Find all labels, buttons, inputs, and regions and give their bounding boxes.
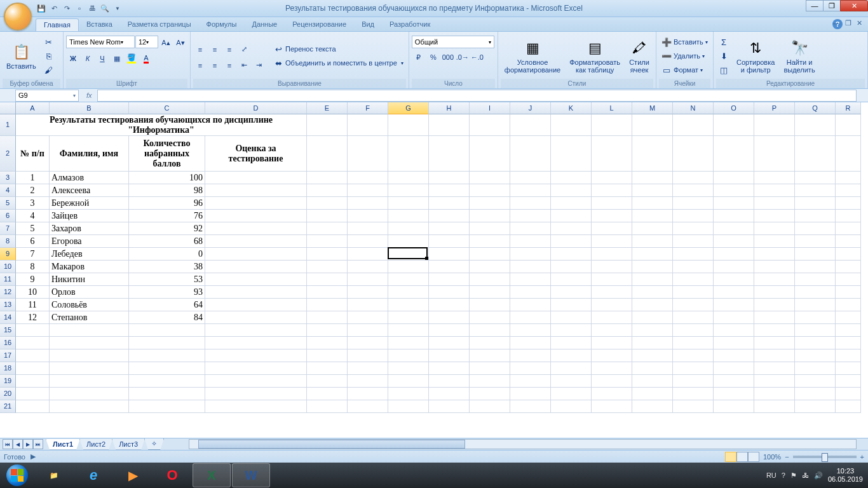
indent-dec-button[interactable]: ⇤ [237,58,251,72]
clear-button[interactable]: ◫ [716,64,731,77]
col-header-N[interactable]: N [673,102,714,114]
qat-more-icon[interactable]: ▼ [112,3,123,14]
data-cell[interactable]: Зайцев [50,210,129,222]
data-cell[interactable]: Макаров [50,261,129,273]
font-size-combo[interactable]: 12▾ [135,36,158,48]
dec-decimal-button[interactable]: ←.0 [470,50,484,64]
ribbon-tab-3[interactable]: Формулы [199,18,245,31]
header-cell-a[interactable]: № п/п [16,136,50,172]
minimize-button[interactable]: — [806,0,824,11]
data-cell[interactable]: 38 [129,261,205,273]
zoom-in-button[interactable]: + [860,453,864,461]
zoom-out-button[interactable]: − [785,453,789,461]
qat-quickprint-icon[interactable]: 🖶 [86,3,98,14]
autosum-button[interactable]: Σ [716,36,731,49]
col-header-M[interactable]: M [632,102,673,114]
task-wmp[interactable]: ▶ [114,463,152,487]
data-cell[interactable]: 96 [129,197,205,210]
data-cell[interactable]: 76 [129,210,205,222]
macro-record-icon[interactable]: ▶ [31,452,36,461]
formula-input[interactable] [97,90,857,102]
data-cell[interactable]: 4 [16,210,50,222]
row-header-11[interactable]: 11 [0,273,16,286]
italic-button[interactable]: К [81,51,95,65]
tray-action-icon[interactable]: ⚑ [790,471,797,480]
row-header-19[interactable]: 19 [0,375,16,388]
find-select-button[interactable]: 🔭Найти и выделить [780,35,818,77]
format-table-button[interactable]: ▤Форматировать как таблицу [566,35,624,77]
data-cell[interactable]: 84 [129,311,205,324]
sort-filter-button[interactable]: ⇅Сортировка и фильтр [733,35,778,77]
align-top-button[interactable]: ≡ [193,43,207,57]
data-cell[interactable]: Егорова [50,235,129,248]
format-painter-button[interactable]: 🖌 [41,64,57,77]
data-cell[interactable]: Бережной [50,197,129,210]
title-merged-cell[interactable]: Результаты тестирования обучающихся по д… [16,114,307,136]
fill-button[interactable]: ⬇ [716,50,731,63]
data-cell[interactable]: Соловьёв [50,299,129,311]
delete-cells-button[interactable]: ➖Удалить▾ [659,50,710,63]
col-header-C[interactable]: C [129,102,205,114]
font-name-combo[interactable]: Times New Rom▾ [66,36,135,48]
align-center-button[interactable]: ≡ [208,58,222,72]
col-header-F[interactable]: F [348,102,388,114]
wb-close-icon[interactable]: ✕ [855,19,864,27]
row-header-12[interactable]: 12 [0,286,16,299]
data-cell[interactable]: 3 [16,197,50,210]
cells-area[interactable]: Результаты тестирования обучающихся по д… [16,114,868,438]
sheet-prev-button[interactable]: ◀ [13,439,23,449]
select-all-corner[interactable] [0,102,16,114]
tray-clock[interactable]: 10:23 06.05.2019 [828,467,863,484]
conditional-format-button[interactable]: ▦Условное форматирование [501,35,564,77]
wrap-text-button[interactable]: ↩Перенос текста [271,43,406,56]
col-header-A[interactable]: A [16,102,50,114]
tray-help-icon[interactable]: ? [782,471,785,479]
grow-font-button[interactable]: A▴ [159,36,173,50]
row-header-15[interactable]: 15 [0,324,16,337]
row-header-10[interactable]: 10 [0,261,16,273]
data-cell[interactable]: Захаров [50,222,129,235]
data-cell[interactable]: 1 [16,172,50,184]
start-button[interactable] [0,463,34,488]
wb-minimize-icon[interactable]: — [831,19,842,27]
percent-button[interactable]: % [426,50,440,64]
zoom-value[interactable]: 100% [763,453,781,461]
view-pagebreak-button[interactable] [748,452,759,462]
wb-restore-icon[interactable]: ❐ [843,19,853,27]
task-explorer[interactable]: 📁 [35,463,73,487]
col-header-L[interactable]: L [592,102,632,114]
ribbon-tab-2[interactable]: Разметка страницы [120,18,199,31]
data-cell[interactable]: Орлов [50,286,129,299]
col-header-Q[interactable]: Q [795,102,836,114]
comma-button[interactable]: 000 [441,50,455,64]
col-header-I[interactable]: I [470,102,510,114]
tray-lang[interactable]: RU [766,471,776,479]
data-cell[interactable]: 12 [16,311,50,324]
data-cell[interactable]: 68 [129,235,205,248]
number-format-combo[interactable]: Общий▾ [412,36,494,48]
data-cell[interactable]: 7 [16,248,50,261]
col-header-G[interactable]: G [388,102,429,114]
task-ie[interactable]: e [74,463,112,487]
col-header-K[interactable]: K [551,102,592,114]
data-cell[interactable]: 6 [16,235,50,248]
task-excel[interactable]: X [193,463,231,487]
data-cell[interactable]: 9 [16,273,50,286]
data-cell[interactable]: 53 [129,273,205,286]
tray-network-icon[interactable]: 🖧 [802,471,809,479]
close-button[interactable]: ✕ [840,0,868,11]
data-cell[interactable]: Лебедев [50,248,129,261]
bold-button[interactable]: Ж [66,51,80,65]
cut-button[interactable]: ✂ [41,36,57,49]
sheet-last-button[interactable]: ⏭ [33,439,43,449]
insert-cells-button[interactable]: ➕Вставить▾ [659,36,710,49]
sheet-tab-1[interactable]: Лист2 [79,439,112,450]
border-button[interactable]: ▦ [110,51,124,65]
col-header-R[interactable]: R [836,102,861,114]
row-header-21[interactable]: 21 [0,400,16,413]
data-cell[interactable]: 100 [129,172,205,184]
ribbon-tab-5[interactable]: Рецензирование [285,18,354,31]
ribbon-tab-7[interactable]: Разработчик [382,18,438,31]
paste-button[interactable]: 📋 Вставить [3,35,40,77]
ribbon-tab-1[interactable]: Вставка [79,18,120,31]
